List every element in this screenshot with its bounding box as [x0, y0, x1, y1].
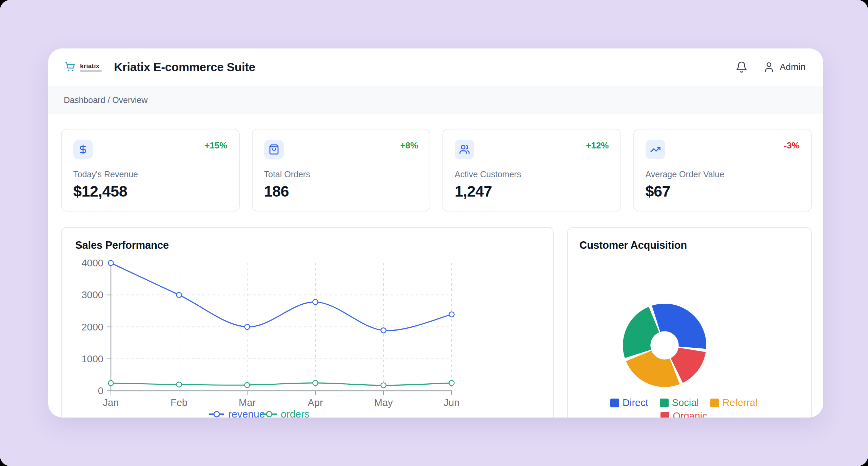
user-menu[interactable]: Admin [763, 61, 806, 73]
desktop-background: kriatix Kriatix E-commerce Suite [0, 0, 868, 466]
users-icon [459, 144, 470, 155]
dollar-sign-icon [78, 144, 88, 155]
stat-card-orders[interactable]: +8% Total Orders 186 [252, 129, 431, 211]
cart-logo-icon [64, 61, 77, 73]
stat-value: $12,458 [73, 183, 228, 200]
sales-performance-card: Sales Performance 01000200030004000JanFe… [61, 227, 554, 418]
svg-text:0: 0 [98, 385, 103, 396]
breadcrumb-bar: Dashboard / Overview [48, 86, 823, 114]
stat-label: Total Orders [264, 169, 418, 179]
svg-text:3000: 3000 [81, 289, 103, 300]
brand-logo[interactable]: kriatix [64, 61, 102, 73]
svg-text:Jan: Jan [103, 397, 119, 408]
stat-label: Average Order Value [646, 169, 800, 179]
brand-name: kriatix [80, 63, 102, 69]
change-badge: -3% [784, 140, 800, 151]
stat-label: Active Customers [455, 169, 609, 179]
legend-swatch [610, 399, 619, 407]
acquisition-chart-title: Customer Acquisition [579, 239, 800, 251]
user-name: Admin [780, 62, 806, 73]
app-header: kriatix Kriatix E-commerce Suite [48, 48, 823, 86]
brand-tagline-bar [80, 70, 102, 72]
trending-up-icon [650, 144, 661, 155]
legend-label: Social [672, 397, 699, 408]
stat-value: $67 [646, 183, 800, 200]
legend-swatch [710, 399, 719, 407]
svg-text:2000: 2000 [81, 322, 103, 332]
svg-text:orders: orders [281, 408, 310, 418]
stat-card-customers[interactable]: +12% Active Customers 1,247 [442, 129, 621, 211]
change-badge: +12% [586, 140, 609, 151]
stat-card-aov[interactable]: -3% Average Order Value $67 [633, 129, 812, 211]
svg-text:May: May [374, 397, 393, 408]
legend-swatch [660, 399, 669, 407]
page-title: Kriatix E-commerce Suite [114, 60, 255, 74]
svg-text:Jun: Jun [444, 397, 460, 408]
legend-label: Direct [623, 397, 648, 408]
charts-row: Sales Performance 01000200030004000JanFe… [61, 227, 812, 418]
breadcrumb[interactable]: Dashboard / Overview [64, 95, 147, 105]
svg-text:Apr: Apr [308, 397, 323, 408]
stat-value: 186 [264, 183, 418, 200]
user-icon [763, 61, 775, 73]
svg-text:Mar: Mar [239, 397, 256, 408]
legend-item-social[interactable]: Social [660, 397, 699, 408]
sales-chart-title: Sales Performance [75, 239, 539, 251]
change-badge: +8% [400, 140, 418, 151]
legend-label: Referral [723, 397, 757, 408]
notifications-button[interactable] [735, 61, 748, 73]
stat-card-revenue[interactable]: +15% Today's Revenue $12,458 [61, 129, 240, 211]
svg-text:revenue: revenue [228, 408, 265, 418]
svg-text:4000: 4000 [81, 258, 103, 268]
acquisition-donut-chart[interactable] [579, 263, 799, 395]
sales-line-chart[interactable]: 01000200030004000JanFebMarAprMayJunreven… [75, 258, 541, 418]
legend-item-direct[interactable]: Direct [610, 397, 648, 408]
change-badge: +15% [204, 140, 227, 151]
legend-label: Organic [673, 410, 707, 418]
app-window: kriatix Kriatix E-commerce Suite [48, 48, 823, 418]
legend-item-organic[interactable]: Organic [660, 410, 707, 418]
bell-icon [735, 61, 748, 73]
stat-label: Today's Revenue [73, 169, 228, 179]
svg-text:1000: 1000 [81, 353, 103, 364]
stat-value: 1,247 [455, 183, 609, 200]
donut-legend: DirectSocialReferralOrganic [589, 397, 779, 418]
legend-swatch [660, 412, 669, 418]
stats-row: +15% Today's Revenue $12,458 [61, 129, 812, 211]
svg-text:Feb: Feb [171, 397, 188, 408]
customer-acquisition-card: Customer Acquisition DirectSocialReferra… [567, 227, 812, 418]
shopping-bag-icon [269, 144, 279, 155]
legend-item-referral[interactable]: Referral [710, 397, 757, 408]
main-content: +15% Today's Revenue $12,458 [48, 114, 823, 418]
